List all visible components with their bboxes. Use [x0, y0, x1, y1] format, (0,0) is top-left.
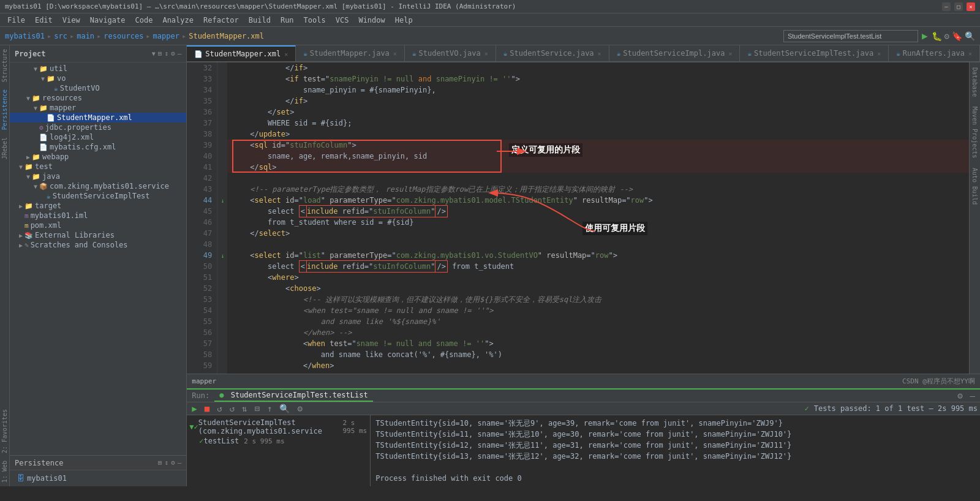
run-tab-test[interactable]: ● StudentServiceImplTest.testList: [214, 390, 372, 402]
persistence-mybatis01[interactable]: 🗄 mybatis01: [15, 473, 181, 484]
code-line-48: [227, 239, 969, 250]
tab-studentmapper-java[interactable]: ☕ StudentMapper.java ✕: [296, 45, 405, 61]
tree-item-service-pkg[interactable]: ▼ 📦 com.zking.mybatis01.service: [10, 181, 186, 191]
run-play-btn[interactable]: ▶: [189, 402, 199, 415]
run-export-btn[interactable]: ↑: [265, 402, 274, 415]
autobuild-panel-tab[interactable]: Auto Build: [970, 163, 979, 209]
tree-item-vo[interactable]: ▼ 📁 vo: [10, 73, 186, 83]
panel-minimize[interactable]: —: [178, 50, 182, 58]
code-editor[interactable]: 32 33 34 35 36 37 38 39 40 41 42 43 44 4…: [187, 62, 969, 374]
annotation-define-label: 定义可复用的片段: [509, 143, 582, 157]
code-line-40: sname, age, remark,sname_pinyin, sid: [227, 151, 969, 162]
jrebel-tab[interactable]: JRebel: [0, 134, 9, 163]
tree-item-mybatis-iml[interactable]: m mybatis01.iml: [10, 211, 186, 220]
run-rerun-failed-btn[interactable]: ↺: [227, 402, 237, 415]
run-rerun-btn[interactable]: ↺: [214, 402, 224, 415]
menu-run[interactable]: Run: [276, 15, 299, 26]
menu-help[interactable]: Help: [390, 15, 418, 26]
tree-item-external-libs[interactable]: ▶ 📚 External Libraries: [10, 230, 186, 240]
run-sort-btn[interactable]: ⇅: [239, 402, 249, 415]
tree-item-studentserviceimpltest[interactable]: ☕ StudentServiceImplTest: [10, 191, 186, 201]
menu-view[interactable]: View: [58, 15, 85, 26]
tree-item-mapper[interactable]: ▼ 📁 mapper: [10, 103, 186, 113]
panel-icon-1[interactable]: ⊞: [158, 50, 162, 58]
minimize-button[interactable]: —: [942, 2, 951, 11]
favorites-tab[interactable]: 2: Favorites: [0, 405, 9, 457]
persistence-side-tab[interactable]: Persistence: [0, 86, 9, 134]
panel-icon-gear[interactable]: ⚙: [171, 50, 175, 58]
toolbar-bookmark[interactable]: 🔖: [952, 31, 962, 41]
tree-item-studentvo[interactable]: ☕ StudentVO: [10, 83, 186, 93]
tab-close-3[interactable]: ✕: [598, 50, 601, 57]
menu-code[interactable]: Code: [130, 15, 158, 26]
editor-area: 📄 StudentMapper.xml ✕ ☕ StudentMapper.ja…: [187, 45, 980, 486]
tree-item-pom[interactable]: m pom.xml: [10, 220, 186, 230]
breadcrumb-mapper[interactable]: mapper: [153, 32, 179, 40]
breadcrumb-resources[interactable]: resources: [104, 32, 143, 40]
tab-close-6[interactable]: ✕: [968, 50, 972, 57]
persistence-icon-3[interactable]: ⚙: [171, 459, 175, 467]
tab-close-4[interactable]: ✕: [728, 50, 732, 57]
breadcrumb-main[interactable]: main: [77, 32, 94, 40]
breadcrumb-src[interactable]: src: [54, 32, 67, 40]
status-location: mapper: [192, 377, 216, 385]
menu-refactor[interactable]: Refactor: [198, 15, 244, 26]
structure-tab[interactable]: Structure: [0, 45, 9, 86]
run-button[interactable]: ▶: [922, 30, 928, 42]
tree-item-resources[interactable]: ▼ 📁 resources: [10, 93, 186, 103]
run-settings-btn[interactable]: ⚙: [295, 402, 304, 415]
tree-item-scratches[interactable]: ▶ ✎ Scratches and Consoles: [10, 240, 186, 250]
run-close[interactable]: —: [970, 391, 975, 401]
menu-navigate[interactable]: Navigate: [85, 15, 130, 26]
tab-close-5[interactable]: ✕: [877, 50, 881, 57]
maven-panel-tab[interactable]: Maven Projects: [970, 102, 979, 163]
code-content[interactable]: </if> <if test="snamePinyin != null and …: [227, 62, 969, 374]
tab-studentserviceimpl[interactable]: ☕ StudentServiceImpl.java ✕: [609, 45, 741, 61]
tab-close-xml[interactable]: ✕: [284, 51, 288, 58]
menu-build[interactable]: Build: [244, 15, 276, 26]
tree-item-studentmapper-xml[interactable]: 📄 StudentMapper.xml: [10, 113, 186, 122]
tab-studentservice[interactable]: ☕ StudentService.java ✕: [496, 45, 609, 61]
tab-close-1[interactable]: ✕: [393, 50, 397, 57]
panel-icon-2[interactable]: ↕: [164, 50, 168, 58]
tree-item-log4j2[interactable]: 📄 log4j2.xml: [10, 132, 186, 142]
run-stop-btn[interactable]: ■: [202, 402, 212, 415]
toolbar-search[interactable]: 🔍: [965, 31, 975, 41]
persistence-icon-minus[interactable]: —: [178, 459, 182, 467]
tree-item-mybatis-cfg[interactable]: 📄 mybatis.cfg.xml: [10, 142, 186, 152]
code-line-43: <!-- parameterType指定参数类型， resultMap指定参数r…: [227, 184, 969, 195]
debug-button[interactable]: 🐛: [932, 31, 942, 41]
close-button[interactable]: ✕: [967, 2, 975, 11]
run-search-btn[interactable]: 🔍: [277, 402, 292, 415]
web-tab[interactable]: 1: Web: [0, 457, 9, 486]
run-settings[interactable]: ⚙: [957, 391, 962, 401]
persistence-icon-1[interactable]: ⊞: [158, 459, 162, 467]
breadcrumb-project[interactable]: mybatis01: [5, 32, 45, 40]
menu-window[interactable]: Window: [353, 15, 390, 26]
menu-analyze[interactable]: Analyze: [157, 15, 198, 26]
toolbar-settings[interactable]: ⚙: [944, 31, 949, 41]
tab-studentserviceimpltest[interactable]: ☕ StudentServiceImplTest.java ✕: [740, 45, 889, 61]
breadcrumb-file: StudentMapper.xml: [189, 32, 264, 40]
run-config-input[interactable]: [783, 30, 918, 42]
menu-vcs[interactable]: VCS: [331, 15, 354, 26]
menu-file[interactable]: File: [2, 15, 30, 26]
menu-tools[interactable]: Tools: [299, 15, 331, 26]
run-filter-btn[interactable]: ⊟: [252, 402, 262, 415]
tab-studentvo[interactable]: ☕ StudentVO.java ✕: [405, 45, 496, 61]
tab-studentmapper-xml[interactable]: 📄 StudentMapper.xml ✕: [187, 45, 296, 61]
menu-edit[interactable]: Edit: [30, 15, 58, 26]
tab-runafters[interactable]: ☕ RunAfters.java ✕: [889, 45, 980, 61]
tree-item-java[interactable]: ▼ 📁 java: [10, 171, 186, 181]
run-item-method[interactable]: ✓ testList 2 s 995 ms: [189, 436, 368, 446]
database-panel-tab[interactable]: Database: [970, 62, 979, 102]
tab-close-2[interactable]: ✕: [484, 50, 488, 57]
tree-item-jdbc[interactable]: ⚙ jdbc.properties: [10, 122, 186, 132]
run-item-class[interactable]: ▼ ✓ StudentServiceImplTest (com.zking.my…: [189, 418, 368, 436]
tree-item-target[interactable]: ▶ 📁 target: [10, 201, 186, 211]
tree-item-util[interactable]: ▼ 📁 util: [10, 64, 186, 73]
maximize-button[interactable]: □: [954, 2, 963, 11]
persistence-icon-2[interactable]: ↕: [164, 459, 168, 467]
tree-item-webapp[interactable]: ▶ 📁 webapp: [10, 152, 186, 162]
tree-item-test[interactable]: ▼ 📁 test: [10, 162, 186, 171]
